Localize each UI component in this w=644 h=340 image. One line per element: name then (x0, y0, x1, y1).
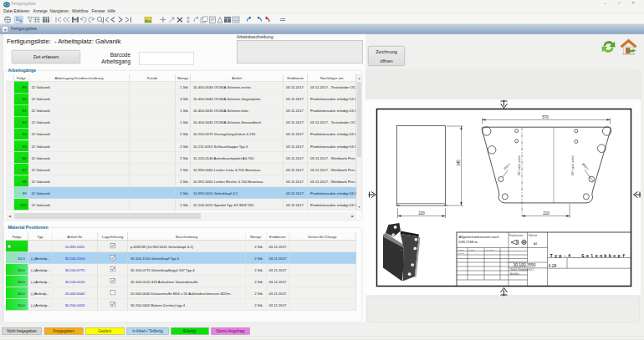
svg-text:Typ-4__Gelenkkopf: Typ-4__Gelenkkopf (550, 253, 627, 259)
svg-text:90° nach unten: 90° nach unten (518, 155, 521, 175)
svg-text:210: 210 (543, 211, 549, 216)
svg-text:220: 220 (418, 211, 425, 216)
svg-text:Maßstab: Maßstab (529, 234, 538, 237)
svg-text:29.1.2004: 29.1.2004 (486, 249, 495, 251)
svg-text:Projektionsme.: Projektionsme. (509, 234, 524, 237)
svg-text:erstellt: erstellt (458, 249, 464, 251)
svg-text:90° nach unten: 90° nach unten (571, 155, 575, 175)
svg-text:4.28: 4.28 (549, 263, 557, 268)
svg-text:Allgemeintoleranzen nach: Allgemeintoleranzen nach (459, 235, 500, 239)
svg-text:geprüft: geprüft (458, 252, 465, 255)
svg-text:Name: Name (469, 249, 475, 251)
svg-text:30.100.1550: 30.100.1550 (514, 263, 536, 267)
svg-text:DIN 2768-m: DIN 2768-m (459, 240, 478, 244)
svg-text:A4: A4 (534, 242, 537, 246)
svg-text:570: 570 (542, 115, 549, 119)
svg-text:Gelenk. Klemmkopf 42.2: Gelenk. Klemmkopf 42.2 (510, 268, 534, 271)
svg-text:Artikelbe...: Artikelbe... (510, 272, 521, 276)
svg-text:345: 345 (457, 160, 461, 166)
